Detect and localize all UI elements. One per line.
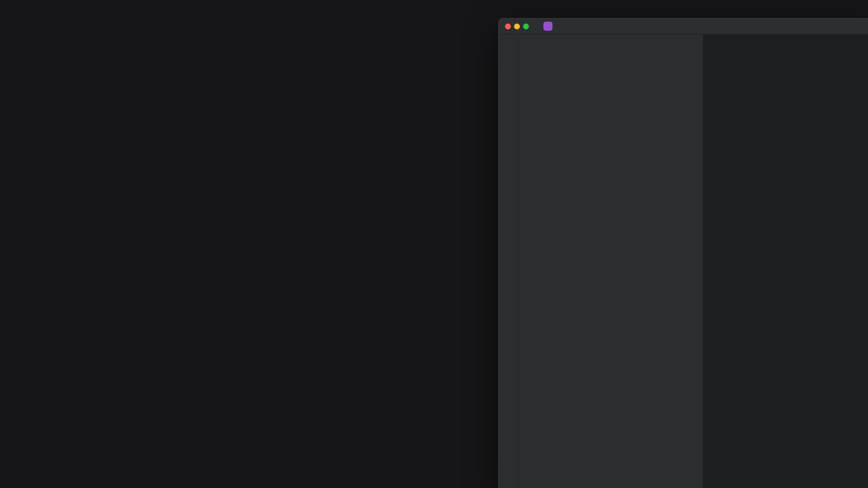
traffic-lights: [499, 23, 529, 29]
tool-stripe: [499, 34, 519, 488]
device-selector[interactable]: [613, 20, 634, 32]
zoom-button[interactable]: [523, 23, 529, 29]
account-menu[interactable]: [542, 20, 564, 32]
phone-icon: [615, 23, 622, 30]
project-tree: [519, 55, 703, 488]
git-branch-icon: [576, 23, 583, 30]
android-icon: [646, 23, 653, 30]
chevron-down-icon: [588, 23, 593, 29]
ide-body: [499, 34, 868, 488]
avatar: [543, 22, 552, 31]
run-config-selector[interactable]: [644, 20, 665, 32]
project-panel: [519, 34, 703, 488]
chevron-down-icon: [557, 23, 562, 29]
chevron-down-icon: [526, 42, 532, 47]
tool-stripe-top: [499, 34, 518, 37]
editor-shortcuts: [703, 34, 868, 188]
project-panel-header: [519, 34, 703, 55]
titlebar: [499, 19, 868, 34]
branch-menu[interactable]: [574, 20, 595, 32]
tool-stripe-bottom: [499, 486, 518, 488]
close-button[interactable]: [505, 23, 511, 29]
editor-area: [703, 34, 868, 488]
slide-canvas: [0, 0, 868, 488]
chevron-down-icon: [657, 23, 663, 29]
minimize-button[interactable]: [514, 23, 520, 29]
ide-window: [498, 18, 868, 488]
chevron-down-icon: [627, 23, 632, 29]
